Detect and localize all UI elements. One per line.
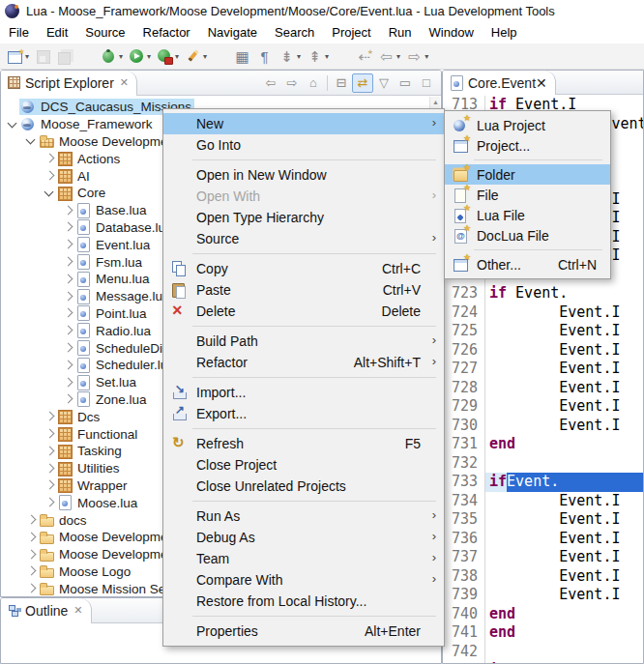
tree-expander-icon[interactable] xyxy=(61,306,74,320)
new-wizard-button[interactable]: ▾ xyxy=(4,45,32,67)
menu-help[interactable]: Help xyxy=(483,22,526,43)
tree-expander-icon[interactable] xyxy=(43,427,56,441)
tree-expander-icon[interactable] xyxy=(43,410,56,423)
menu-item-import[interactable]: Import... xyxy=(163,382,444,403)
tree-expander-icon[interactable] xyxy=(43,496,56,509)
tree-expander-icon[interactable] xyxy=(43,445,56,458)
menu-edit[interactable]: Edit xyxy=(38,22,76,43)
back-button[interactable]: ⇦ xyxy=(260,73,281,93)
menu-item-export[interactable]: Export... xyxy=(163,403,444,424)
menu-item-go-into[interactable]: Go Into xyxy=(163,134,444,156)
menu-item-copy[interactable]: CopyCtrl+C xyxy=(163,258,444,279)
tree-expander-icon[interactable] xyxy=(61,238,74,251)
tree-expander-icon[interactable] xyxy=(61,341,74,355)
dropdown-arrow-icon[interactable]: ▾ xyxy=(325,52,329,61)
tree-expander-icon[interactable] xyxy=(24,548,38,562)
scroll-up-icon[interactable]: ▲ xyxy=(430,97,441,107)
link-with-editor-toggle[interactable]: ⇄ xyxy=(352,73,373,93)
tree-expander-icon[interactable] xyxy=(24,531,38,544)
menu-item-source[interactable]: Source› xyxy=(163,228,444,249)
dropdown-arrow-icon[interactable]: ▾ xyxy=(203,52,207,61)
close-icon[interactable]: ✕ xyxy=(536,75,547,91)
external-tools-button[interactable]: ▾ xyxy=(182,45,210,67)
forward-button[interactable]: ▾ xyxy=(403,45,431,67)
menu-item-compare-with[interactable]: Compare With› xyxy=(163,569,444,591)
code-line: 737 Event.I xyxy=(443,548,643,567)
dropdown-arrow-icon[interactable]: ▾ xyxy=(396,52,400,61)
menu-item-run-as[interactable]: Run As› xyxy=(163,505,444,527)
menu-window[interactable]: Window xyxy=(421,22,483,43)
tree-expander-icon[interactable] xyxy=(43,478,56,492)
dropdown-arrow-icon[interactable]: ▾ xyxy=(424,52,428,61)
tree-expander-icon[interactable] xyxy=(24,582,38,595)
submenu-item-project[interactable]: Project... xyxy=(445,135,610,156)
back-button[interactable]: ▾ xyxy=(375,45,403,67)
tree-expander-icon[interactable] xyxy=(61,359,74,372)
tree-expander-icon[interactable] xyxy=(43,169,56,183)
menu-source[interactable]: Source xyxy=(76,22,133,43)
menu-item-delete[interactable]: DeleteDelete xyxy=(163,301,444,322)
forward-button[interactable]: ⇨ xyxy=(281,73,303,93)
menu-item-new[interactable]: New› xyxy=(163,113,444,134)
last-edit-location-button[interactable] xyxy=(353,45,375,67)
tree-expander-icon[interactable] xyxy=(24,513,38,527)
tree-expander-icon[interactable] xyxy=(61,273,74,286)
menu-item-refresh[interactable]: RefreshF5 xyxy=(163,433,444,454)
menu-file[interactable]: File xyxy=(0,22,38,43)
menu-project[interactable]: Project xyxy=(323,22,379,43)
submenu-item-doclua-file[interactable]: DocLua File xyxy=(445,225,610,245)
tree-expander-icon[interactable] xyxy=(43,462,56,476)
menu-item-refactor[interactable]: RefactorAlt+Shift+T› xyxy=(163,352,444,373)
maximize-button[interactable]: □ xyxy=(416,73,437,93)
tab-outline[interactable]: Outline ✕ xyxy=(1,598,92,623)
dropdown-arrow-icon[interactable]: ▾ xyxy=(25,52,29,61)
menu-item-debug-as[interactable]: Debug As› xyxy=(163,527,444,548)
dropdown-arrow-icon[interactable]: ▾ xyxy=(175,52,179,61)
outline-icon xyxy=(8,604,20,617)
tab-script-explorer[interactable]: Script Explorer ✕ xyxy=(1,71,137,96)
collapse-all-button[interactable]: ⊟ xyxy=(331,73,352,93)
show-whitespace-button[interactable] xyxy=(253,45,276,67)
menu-item-open-in-new-window[interactable]: Open in New Window xyxy=(163,164,444,186)
dropdown-arrow-icon[interactable]: ▾ xyxy=(147,52,151,61)
close-icon[interactable]: ✕ xyxy=(120,76,129,89)
tree-expander-icon[interactable] xyxy=(24,134,38,148)
tree-expander-icon[interactable] xyxy=(61,255,74,269)
menu-run[interactable]: Run xyxy=(380,22,421,43)
menu-item-team[interactable]: Team› xyxy=(163,548,444,569)
debug-button[interactable]: ▾ xyxy=(98,45,126,67)
dropdown-arrow-icon[interactable]: ▾ xyxy=(297,52,301,61)
menu-item-close-unrelated-projects[interactable]: Close Unrelated Projects xyxy=(163,476,444,497)
menu-item-close-project[interactable]: Close Project xyxy=(163,454,444,476)
menu-search[interactable]: Search xyxy=(266,22,323,43)
menu-item-open-type-hierarchy[interactable]: Open Type Hierarchy xyxy=(163,207,444,228)
minimize-button[interactable]: ▭ xyxy=(395,73,416,93)
view-menu-button[interactable]: ▽ xyxy=(373,73,395,93)
tree-expander-icon[interactable] xyxy=(61,324,74,337)
run-button[interactable]: ▾ xyxy=(126,45,154,67)
up-button[interactable]: ⌂ xyxy=(303,73,324,93)
tree-expander-icon[interactable] xyxy=(43,187,56,200)
tree-expander-icon[interactable] xyxy=(43,152,56,165)
tree-expander-icon[interactable] xyxy=(61,290,74,303)
submenu-item-other[interactable]: Other...Ctrl+N xyxy=(445,254,610,274)
tree-expander-icon[interactable] xyxy=(61,392,74,406)
close-icon[interactable]: ✕ xyxy=(73,604,82,617)
dropdown-arrow-icon[interactable]: ▾ xyxy=(119,52,123,61)
open-element-button[interactable] xyxy=(231,45,253,67)
next-annotation-button[interactable]: ▾ xyxy=(276,45,304,67)
tree-expander-icon[interactable] xyxy=(61,204,74,217)
menu-item-restore-from-local-history[interactable]: Restore from Local History... xyxy=(163,591,444,612)
menu-navigate[interactable]: Navigate xyxy=(199,22,266,43)
coverage-button[interactable]: ▾ xyxy=(154,45,182,67)
tree-expander-icon[interactable] xyxy=(61,220,74,234)
tree-expander-icon[interactable] xyxy=(61,376,74,390)
menu-item-paste[interactable]: PasteCtrl+V xyxy=(163,279,444,301)
menu-refactor[interactable]: Refactor xyxy=(134,22,199,43)
previous-annotation-button[interactable]: ▾ xyxy=(304,45,332,67)
tree-expander-icon[interactable] xyxy=(24,564,38,578)
menu-item-properties[interactable]: PropertiesAlt+Enter xyxy=(163,621,444,642)
tree-expander-icon[interactable] xyxy=(6,118,19,131)
menu-item-build-path[interactable]: Build Path› xyxy=(163,331,444,352)
tab-core-event[interactable]: Core.Event ✕ xyxy=(443,71,556,95)
